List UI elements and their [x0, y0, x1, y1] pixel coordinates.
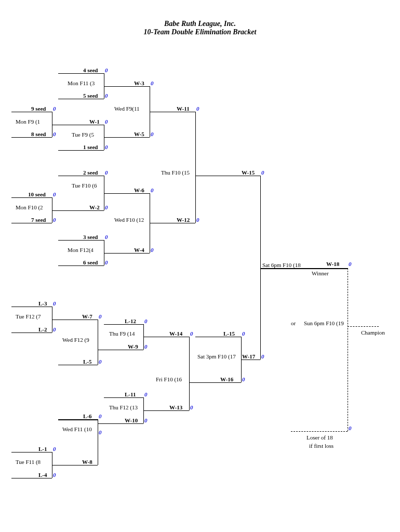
adv-w14: W-14 [169, 330, 182, 337]
seed-4: 4 seed [83, 67, 98, 73]
score: 0 [53, 217, 56, 223]
score: 0 [99, 313, 102, 320]
adv-w13: W-13 [169, 404, 182, 410]
seed-10: 10 seed [28, 191, 46, 197]
score: 0 [261, 353, 264, 360]
adv-l11: L-11 [125, 391, 136, 397]
adv-l12: L-12 [125, 318, 136, 324]
or-label: or [291, 320, 296, 326]
game-7: Tue F12 (7 [16, 313, 41, 320]
score: 0 [144, 343, 148, 350]
adv-w15: W-15 [242, 169, 255, 176]
score: 0 [196, 217, 199, 223]
score: 0 [242, 330, 245, 337]
score: 0 [105, 67, 108, 73]
game-11: Wed F9(11 [114, 105, 140, 112]
adv-l6: L-6 [83, 413, 92, 419]
score: 0 [144, 391, 148, 397]
seed-7: 7 seed [31, 217, 46, 223]
loser-18: Loser of 18 [306, 434, 333, 441]
score: 0 [53, 472, 56, 478]
game-12: Wed F10 (12 [114, 217, 144, 223]
score: 0 [53, 131, 56, 137]
seed-5: 5 seed [83, 92, 98, 99]
game-2: Mon F10 (2 [16, 204, 43, 210]
game-10: Wed F11 (10 [62, 426, 92, 432]
adv-w4: W-4 [134, 247, 144, 253]
adv-w11: W-11 [177, 105, 190, 112]
adv-w17: W-17 [242, 353, 255, 360]
score: 0 [99, 358, 102, 365]
adv-w12: W-12 [177, 217, 190, 223]
champion-label: Champion [361, 329, 385, 336]
adv-w3: W-3 [134, 80, 144, 86]
game-3: Mon F11 (3 [68, 80, 95, 86]
score: 0 [53, 191, 56, 197]
seed-9: 9 seed [31, 105, 46, 112]
score: 0 [53, 105, 56, 112]
adv-w8: W-8 [82, 459, 92, 465]
score: 0 [190, 330, 193, 337]
score: 0 [151, 187, 154, 193]
game-15: Thu F10 (15 [161, 169, 190, 176]
score: 0 [261, 169, 264, 176]
adv-w9: W-9 [128, 343, 138, 350]
game-17: Sat 3pm F10 (17 [197, 353, 236, 360]
game-4: Mon F12(4 [68, 247, 94, 253]
score: 0 [99, 429, 102, 435]
adv-l15: L-15 [223, 330, 235, 337]
winner-label: Winner [312, 270, 329, 276]
score: 0 [105, 259, 108, 265]
game-1: Mon F9 (1 [16, 118, 40, 125]
score: 0 [105, 144, 108, 150]
adv-w5: W-5 [134, 131, 144, 137]
seed-1: 1 seed [83, 144, 98, 150]
score: 0 [151, 247, 154, 253]
seed-6: 6 seed [83, 259, 98, 265]
adv-w2: W-2 [89, 204, 100, 210]
adv-l4: L-4 [38, 472, 47, 478]
adv-l2: L-2 [38, 326, 47, 332]
adv-l5: L-5 [83, 358, 92, 365]
score: 0 [105, 234, 108, 240]
adv-w16: W-16 [220, 376, 233, 382]
seed-2: 2 seed [83, 169, 98, 176]
game-13: Thu F12 (13 [109, 404, 138, 410]
score: 0 [349, 425, 352, 431]
game-16: Fri F10 (16 [156, 376, 182, 382]
game-14: Thu F9 (14 [109, 330, 135, 337]
adv-w10: W-10 [125, 417, 138, 423]
game-19: Sun 6pm F10 (19 [304, 320, 344, 326]
score: 0 [242, 376, 245, 382]
game-18: Sat 6pm F10 (18 [262, 262, 301, 268]
game-5: Tue F9 (5 [72, 131, 94, 138]
adv-l1: L-1 [38, 446, 47, 452]
adv-w1: W-1 [89, 118, 100, 125]
adv-l3: L-3 [38, 300, 47, 307]
adv-w18: W-18 [326, 261, 339, 267]
score: 0 [105, 169, 108, 176]
score: 0 [196, 105, 199, 112]
seed-3: 3 seed [83, 234, 98, 240]
score: 0 [144, 318, 148, 324]
score: 0 [105, 92, 108, 99]
score: 0 [99, 413, 102, 419]
score: 0 [105, 118, 108, 125]
adv-w7: W-7 [82, 313, 92, 320]
game-6: Tue F10 (6 [72, 182, 97, 189]
bracket-diagram: 9 seed 0 8 seed 0 Mon F9 (1 10 seed 0 7 … [0, 0, 400, 532]
score: 0 [151, 131, 154, 137]
game-9: Wed F12 (9 [62, 337, 89, 343]
score: 0 [105, 204, 108, 210]
score: 0 [144, 417, 148, 423]
if-first-loss: if first loss [309, 443, 334, 449]
score: 0 [349, 261, 352, 267]
game-8: Tue F11 (8 [16, 459, 41, 465]
adv-w6: W-6 [134, 187, 144, 193]
score: 0 [53, 326, 56, 332]
score: 0 [53, 446, 56, 452]
score: 0 [190, 404, 193, 410]
seed-8: 8 seed [31, 131, 46, 137]
score: 0 [151, 80, 154, 86]
score: 0 [53, 300, 56, 307]
